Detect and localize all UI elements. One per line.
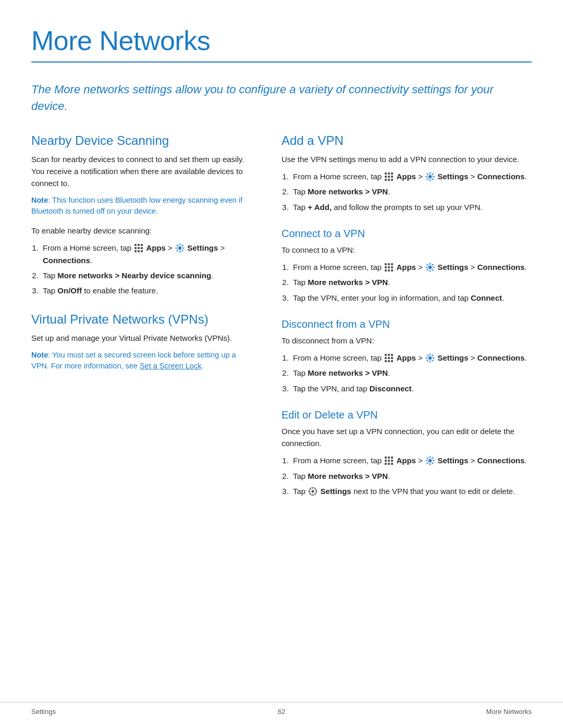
nearby-step-2: Tap More networks > Nearby device scanni… — [41, 269, 250, 281]
connect-vpn-step-3: Tap the VPN, enter your log in informati… — [291, 292, 532, 304]
svg-rect-8 — [141, 250, 143, 252]
svg-rect-47 — [385, 460, 387, 462]
svg-point-56 — [312, 490, 314, 492]
edit-vpn-body: Once you have set up a VPN connection, y… — [282, 425, 532, 450]
nearby-scanning-body: Scan for nearby devices to connect to an… — [31, 153, 250, 190]
svg-rect-16 — [391, 176, 393, 178]
svg-point-54 — [429, 459, 432, 462]
svg-rect-49 — [391, 460, 393, 462]
edit-vpn-step-2: Tap More networks > VPN. — [291, 470, 532, 482]
title-divider — [31, 61, 532, 63]
svg-rect-13 — [391, 172, 393, 175]
apps-label-3: Apps — [396, 263, 416, 272]
svg-rect-30 — [391, 269, 393, 272]
enable-label: To enable nearby device scanning: — [31, 225, 250, 237]
vpn-note: Note: You must set a secured screen lock… — [31, 350, 250, 373]
svg-rect-36 — [385, 357, 387, 359]
note-label: Note — [31, 196, 48, 204]
settings-label-1: Settings — [187, 243, 218, 252]
footer-left: Settings — [31, 708, 56, 715]
svg-rect-38 — [391, 357, 393, 359]
svg-rect-15 — [388, 176, 390, 178]
svg-rect-25 — [385, 266, 387, 268]
connect-vpn-intro: To connect to a VPN: — [282, 244, 532, 256]
vpn-title: Virtual Private Networks (VPNs) — [31, 312, 250, 327]
svg-rect-52 — [391, 463, 393, 465]
settings-icon-3 — [425, 263, 435, 272]
screen-lock-link[interactable]: Set a Screen Lock — [140, 362, 202, 370]
add-vpn-steps: From a Home screen, tap — [291, 170, 532, 213]
svg-rect-7 — [138, 250, 140, 252]
settings-label-3: Settings — [437, 263, 468, 272]
disconnect-vpn-step-3: Tap the VPN, and tap Disconnect. — [291, 382, 532, 394]
apps-label-4: Apps — [396, 353, 416, 362]
edit-vpn-steps: From a Home screen, tap — [291, 454, 532, 497]
svg-point-21 — [429, 175, 432, 178]
edit-vpn-title: Edit or Delete a VPN — [282, 409, 532, 421]
svg-rect-24 — [391, 263, 393, 265]
svg-rect-34 — [388, 354, 390, 356]
right-column: Add a VPN Use the VPN settings menu to a… — [282, 133, 532, 502]
svg-point-32 — [429, 266, 432, 269]
settings-label-4: Settings — [437, 353, 468, 362]
svg-rect-3 — [134, 247, 137, 249]
settings-icon-4 — [425, 353, 435, 363]
connections-label-5: Connections — [477, 456, 524, 465]
svg-rect-18 — [388, 179, 390, 181]
connect-vpn-step-1: From a Home screen, tap — [291, 261, 532, 273]
svg-rect-26 — [388, 266, 390, 268]
svg-rect-19 — [391, 179, 393, 181]
svg-rect-23 — [388, 263, 390, 265]
connect-vpn-title: Connect to a VPN — [282, 228, 532, 240]
edit-vpn-step-3: Tap Settings next to the VPN that you wa… — [291, 485, 532, 497]
connections-label-4: Connections — [477, 353, 524, 362]
svg-rect-51 — [388, 463, 390, 465]
disconnect-vpn-step-2: Tap More networks > VPN. — [291, 367, 532, 379]
add-vpn-step-2: Tap More networks > VPN. — [291, 186, 532, 198]
svg-rect-41 — [391, 360, 393, 362]
settings-label-2: Settings — [437, 172, 468, 181]
vpn-body: Set up and manage your Virtual Private N… — [31, 332, 250, 344]
svg-rect-44 — [385, 456, 387, 459]
left-column: Nearby Device Scanning Scan for nearby d… — [31, 133, 250, 502]
svg-rect-37 — [388, 357, 390, 359]
svg-rect-2 — [141, 244, 143, 246]
add-vpn-body: Use the VPN settings menu to add a VPN c… — [282, 153, 532, 165]
page-container: More Networks The More networks settings… — [0, 0, 563, 544]
apps-icon-4 — [384, 353, 394, 363]
vpn-settings-label: Settings — [321, 487, 351, 496]
apps-label: Apps — [146, 243, 166, 252]
svg-rect-29 — [388, 269, 390, 272]
svg-rect-1 — [138, 244, 140, 246]
svg-rect-40 — [388, 360, 390, 362]
svg-rect-45 — [388, 456, 390, 459]
disconnect-vpn-step-1: From a Home screen, tap — [291, 352, 532, 364]
nearby-scanning-title: Nearby Device Scanning — [31, 133, 250, 148]
footer: Settings 62 More Networks — [0, 702, 563, 715]
vpn-note-label: Note — [31, 351, 48, 359]
svg-rect-0 — [134, 244, 137, 246]
nearby-scanning-steps: From a Home screen, tap — [41, 242, 250, 297]
svg-rect-5 — [141, 247, 143, 249]
settings-icon-1 — [175, 243, 185, 253]
add-vpn-title: Add a VPN — [282, 133, 532, 148]
apps-icon-2 — [384, 172, 394, 181]
disconnect-vpn-title: Disconnect from a VPN — [282, 318, 532, 330]
footer-right: More Networks — [486, 708, 532, 715]
intro-text: The More networks settings allow you to … — [31, 81, 532, 115]
gear-icon — [308, 487, 317, 496]
nearby-scanning-note: Note: This function uses Bluetooth low e… — [31, 195, 250, 218]
add-vpn-step-3: Tap + Add, and follow the prompts to set… — [291, 201, 532, 213]
disconnect-vpn-intro: To disconnect from a VPN: — [282, 335, 532, 347]
svg-rect-33 — [385, 354, 387, 356]
svg-rect-50 — [385, 463, 387, 465]
footer-page-number: 62 — [278, 708, 285, 715]
two-col-layout: Nearby Device Scanning Scan for nearby d… — [31, 133, 532, 502]
svg-rect-48 — [388, 460, 390, 462]
svg-rect-17 — [385, 179, 387, 181]
apps-label-5: Apps — [396, 456, 416, 465]
svg-rect-6 — [134, 250, 137, 252]
connect-vpn-steps: From a Home screen, tap — [291, 261, 532, 304]
connect-vpn-step-2: Tap More networks > VPN. — [291, 276, 532, 288]
svg-point-43 — [429, 356, 432, 360]
